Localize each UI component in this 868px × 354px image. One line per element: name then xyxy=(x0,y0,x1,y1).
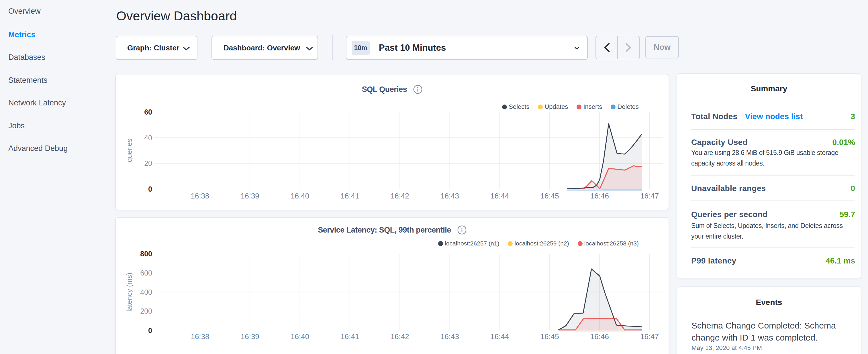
svg-text:800: 800 xyxy=(140,250,152,258)
svg-text:16:42: 16:42 xyxy=(391,332,409,341)
svg-text:60: 60 xyxy=(144,108,152,116)
svg-text:16:45: 16:45 xyxy=(540,192,559,200)
svg-text:40: 40 xyxy=(144,134,152,142)
svg-text:16:41: 16:41 xyxy=(340,192,359,200)
svg-text:16:39: 16:39 xyxy=(241,332,259,341)
svg-text:latency (ms): latency (ms) xyxy=(125,273,133,312)
svg-text:200: 200 xyxy=(140,307,152,315)
svg-text:16:45: 16:45 xyxy=(540,332,559,341)
svg-text:16:38: 16:38 xyxy=(191,192,209,200)
svg-text:16:46: 16:46 xyxy=(590,192,609,200)
svg-text:16:43: 16:43 xyxy=(440,332,459,341)
svg-text:600: 600 xyxy=(140,269,152,277)
svg-text:16:41: 16:41 xyxy=(340,332,359,341)
svg-text:16:46: 16:46 xyxy=(590,332,609,341)
svg-text:16:39: 16:39 xyxy=(241,192,259,200)
svg-text:16:47: 16:47 xyxy=(640,332,659,341)
svg-text:0: 0 xyxy=(148,185,152,193)
svg-text:queries: queries xyxy=(125,139,133,162)
svg-text:16:42: 16:42 xyxy=(391,192,409,200)
svg-text:16:38: 16:38 xyxy=(191,332,209,341)
svg-text:16:40: 16:40 xyxy=(290,192,309,200)
svg-text:16:43: 16:43 xyxy=(440,192,459,200)
svg-text:16:44: 16:44 xyxy=(490,332,509,341)
svg-text:16:47: 16:47 xyxy=(640,192,659,200)
svg-text:16:40: 16:40 xyxy=(290,332,309,341)
svg-text:0: 0 xyxy=(148,326,152,334)
svg-text:20: 20 xyxy=(144,159,152,167)
svg-text:400: 400 xyxy=(140,288,152,296)
svg-text:16:44: 16:44 xyxy=(490,192,509,200)
